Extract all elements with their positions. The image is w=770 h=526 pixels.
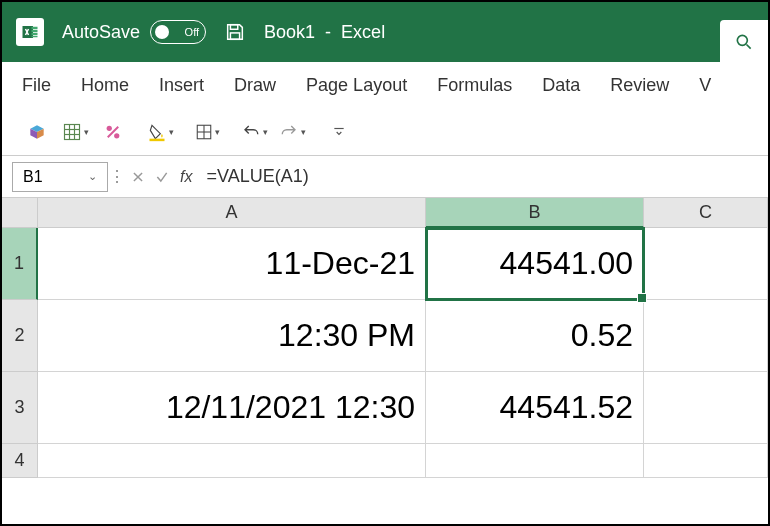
save-icon[interactable]	[224, 21, 246, 43]
chevron-down-icon: ⌄	[88, 170, 97, 183]
excel-logo-icon	[16, 18, 44, 46]
svg-point-7	[737, 35, 747, 45]
spreadsheet-grid: A B C 1 11-Dec-21 44541.00 2 12:30 PM 0.…	[2, 198, 768, 524]
cell-b3[interactable]: 44541.52	[426, 372, 644, 444]
column-header-b[interactable]: B	[426, 198, 644, 228]
fill-color-icon[interactable]: ▾	[145, 118, 175, 146]
cell-c3[interactable]	[644, 372, 768, 444]
chevron-down-icon: ▾	[263, 127, 268, 137]
table-row: 4	[2, 444, 768, 478]
table-row: 1 11-Dec-21 44541.00	[2, 228, 768, 300]
name-box-value: B1	[23, 168, 43, 186]
chevron-down-icon: ▾	[84, 127, 89, 137]
cube-icon[interactable]	[22, 118, 52, 146]
cell-a2[interactable]: 12:30 PM	[38, 300, 426, 372]
cell-c4[interactable]	[644, 444, 768, 478]
borders-icon[interactable]: ▾	[192, 118, 222, 146]
title-bar: AutoSave Off Book1 - Excel	[2, 2, 768, 62]
enter-icon[interactable]	[150, 165, 174, 189]
percent-icon[interactable]	[98, 118, 128, 146]
table-row: 3 12/11/2021 12:30 44541.52	[2, 372, 768, 444]
row-header-3[interactable]: 3	[2, 372, 38, 444]
autosave-state: Off	[185, 26, 199, 38]
svg-rect-6	[230, 33, 239, 39]
search-button[interactable]	[720, 20, 768, 64]
tab-home[interactable]: Home	[81, 75, 129, 96]
name-box[interactable]: B1 ⌄	[12, 162, 108, 192]
formula-input[interactable]: =VALUE(A1)	[198, 166, 768, 187]
document-title: Book1 - Excel	[264, 22, 385, 43]
cell-c1[interactable]	[644, 228, 768, 300]
svg-line-8	[747, 45, 751, 49]
row-header-1[interactable]: 1	[2, 228, 38, 300]
svg-rect-5	[230, 25, 237, 30]
table-row: 2 12:30 PM 0.52	[2, 300, 768, 372]
svg-rect-9	[64, 124, 79, 139]
autosave-label: AutoSave	[62, 22, 140, 43]
svg-rect-17	[149, 138, 164, 141]
tab-formulas[interactable]: Formulas	[437, 75, 512, 96]
svg-rect-4	[32, 36, 38, 38]
svg-rect-1	[32, 27, 38, 29]
undo-icon[interactable]: ▾	[239, 118, 269, 146]
cell-b2[interactable]: 0.52	[426, 300, 644, 372]
tab-view-partial[interactable]: V	[699, 75, 711, 96]
chevron-down-icon: ▾	[215, 127, 220, 137]
svg-rect-2	[32, 30, 38, 32]
autosave-toggle[interactable]: Off	[150, 20, 206, 44]
quick-access-toolbar: ▾ ▾ ▾ ▾ ▾	[2, 108, 768, 156]
cell-b1[interactable]: 44541.00	[426, 228, 644, 300]
customize-qat-icon[interactable]	[324, 118, 354, 146]
tab-review[interactable]: Review	[610, 75, 669, 96]
tab-file[interactable]: File	[22, 75, 51, 96]
toggle-knob-icon	[155, 25, 169, 39]
svg-rect-3	[32, 33, 38, 35]
select-all-corner[interactable]	[2, 198, 38, 228]
row-header-4[interactable]: 4	[2, 444, 38, 478]
cell-a4[interactable]	[38, 444, 426, 478]
cell-a1[interactable]: 11-Dec-21	[38, 228, 426, 300]
cell-c2[interactable]	[644, 300, 768, 372]
ribbon-tabs: File Home Insert Draw Page Layout Formul…	[2, 62, 768, 108]
chevron-down-icon: ▾	[169, 127, 174, 137]
svg-point-15	[114, 133, 119, 138]
cancel-icon[interactable]	[126, 165, 150, 189]
column-header-c[interactable]: C	[644, 198, 768, 228]
tab-draw[interactable]: Draw	[234, 75, 276, 96]
row-header-2[interactable]: 2	[2, 300, 38, 372]
tab-data[interactable]: Data	[542, 75, 580, 96]
column-headers: A B C	[2, 198, 768, 228]
excel-window: AutoSave Off Book1 - Excel File Home Ins…	[2, 2, 768, 524]
column-header-a[interactable]: A	[38, 198, 426, 228]
fx-icon[interactable]: fx	[180, 168, 192, 186]
cell-a3[interactable]: 12/11/2021 12:30	[38, 372, 426, 444]
tab-insert[interactable]: Insert	[159, 75, 204, 96]
tab-page-layout[interactable]: Page Layout	[306, 75, 407, 96]
redo-icon[interactable]: ▾	[277, 118, 307, 146]
separator-icon: ⋮	[112, 167, 122, 186]
sheet-icon[interactable]: ▾	[60, 118, 90, 146]
cell-b4[interactable]	[426, 444, 644, 478]
formula-bar: B1 ⌄ ⋮ fx =VALUE(A1)	[2, 156, 768, 198]
svg-point-14	[107, 125, 112, 130]
chevron-down-icon: ▾	[301, 127, 306, 137]
